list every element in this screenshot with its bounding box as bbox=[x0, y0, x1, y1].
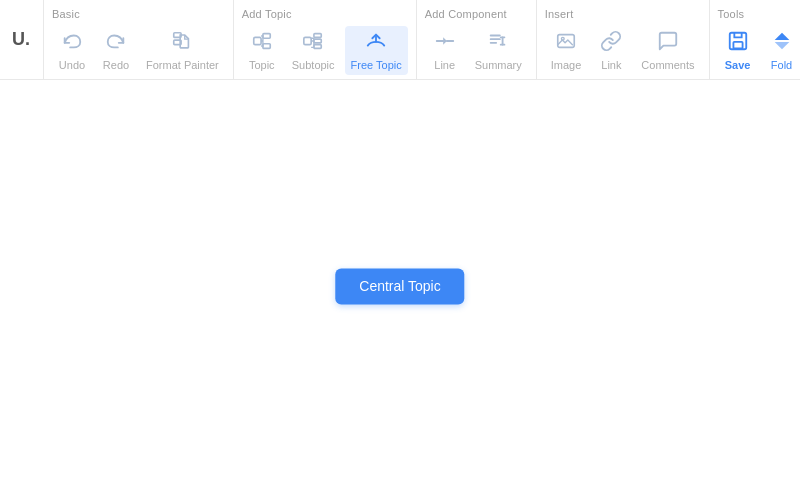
redo-button[interactable]: Redo bbox=[96, 26, 136, 75]
painter-icon bbox=[171, 30, 193, 56]
topic-button[interactable]: Topic bbox=[242, 26, 282, 75]
comments-button[interactable]: Comments bbox=[635, 26, 700, 75]
toolbar-group-add-topic: Add TopicTopicSubtopicFree Topic bbox=[234, 0, 417, 79]
line-label: Line bbox=[434, 59, 455, 71]
subtopic-button[interactable]: Subtopic bbox=[286, 26, 341, 75]
free-topic-icon bbox=[365, 30, 387, 56]
undo-icon bbox=[61, 30, 83, 56]
toolbar-group-insert: InsertImageLinkComments bbox=[537, 0, 710, 79]
group-label-basic: Basic bbox=[52, 8, 225, 20]
topic-label: Topic bbox=[249, 59, 275, 71]
toolbar-group-basic: BasicUndoRedoFormat Painter bbox=[44, 0, 234, 79]
comments-label: Comments bbox=[641, 59, 694, 71]
svg-rect-7 bbox=[314, 39, 321, 43]
undo-label: Undo bbox=[59, 59, 85, 71]
summary-button[interactable]: Summary bbox=[469, 26, 528, 75]
undo-button[interactable]: Undo bbox=[52, 26, 92, 75]
fold-button[interactable]: Fold bbox=[762, 26, 800, 75]
image-icon bbox=[555, 30, 577, 56]
link-icon bbox=[600, 30, 622, 56]
fold-label: Fold bbox=[771, 59, 792, 71]
svg-rect-12 bbox=[733, 42, 742, 48]
central-topic-label: Central Topic bbox=[359, 278, 440, 294]
fold-icon bbox=[771, 30, 793, 56]
group-label-add-topic: Add Topic bbox=[242, 8, 408, 20]
format-painter-button[interactable]: Format Painter bbox=[140, 26, 225, 75]
summary-label: Summary bbox=[475, 59, 522, 71]
save-button[interactable]: Save bbox=[718, 26, 758, 75]
group-items-tools: SaveFold bbox=[718, 26, 800, 75]
subtopic-label: Subtopic bbox=[292, 59, 335, 71]
svg-rect-6 bbox=[314, 34, 321, 38]
svg-rect-4 bbox=[263, 44, 270, 49]
svg-rect-3 bbox=[263, 34, 270, 39]
group-items-basic: UndoRedoFormat Painter bbox=[52, 26, 225, 75]
group-items-insert: ImageLinkComments bbox=[545, 26, 701, 75]
redo-icon bbox=[105, 30, 127, 56]
free-topic-label: Free Topic bbox=[351, 59, 402, 71]
central-topic-button[interactable]: Central Topic bbox=[335, 268, 464, 304]
image-label: Image bbox=[551, 59, 582, 71]
logo-text: U. bbox=[12, 29, 30, 50]
line-button[interactable]: Line bbox=[425, 26, 465, 75]
format-painter-label: Format Painter bbox=[146, 59, 219, 71]
group-items-add-component: LineSummary bbox=[425, 26, 528, 75]
link-label: Link bbox=[601, 59, 621, 71]
save-icon bbox=[727, 30, 749, 56]
group-label-insert: Insert bbox=[545, 8, 701, 20]
logo: U. bbox=[8, 0, 44, 79]
comments-icon bbox=[657, 30, 679, 56]
summary-icon bbox=[487, 30, 509, 56]
toolbar: U. BasicUndoRedoFormat PainterAdd TopicT… bbox=[0, 0, 800, 80]
topic-icon bbox=[251, 30, 273, 56]
redo-label: Redo bbox=[103, 59, 129, 71]
line-icon bbox=[434, 30, 456, 56]
svg-rect-2 bbox=[254, 37, 261, 44]
group-items-add-topic: TopicSubtopicFree Topic bbox=[242, 26, 408, 75]
svg-rect-8 bbox=[314, 45, 321, 49]
toolbar-group-add-component: Add ComponentLineSummary bbox=[417, 0, 537, 79]
svg-rect-5 bbox=[304, 37, 311, 44]
group-label-add-component: Add Component bbox=[425, 8, 528, 20]
toolbar-group-tools: ToolsSaveFold bbox=[710, 0, 800, 79]
save-label: Save bbox=[725, 59, 751, 71]
link-button[interactable]: Link bbox=[591, 26, 631, 75]
image-button[interactable]: Image bbox=[545, 26, 588, 75]
group-label-tools: Tools bbox=[718, 8, 800, 20]
subtopic-icon bbox=[302, 30, 324, 56]
canvas: Central Topic bbox=[0, 80, 800, 500]
free-topic-button[interactable]: Free Topic bbox=[345, 26, 408, 75]
